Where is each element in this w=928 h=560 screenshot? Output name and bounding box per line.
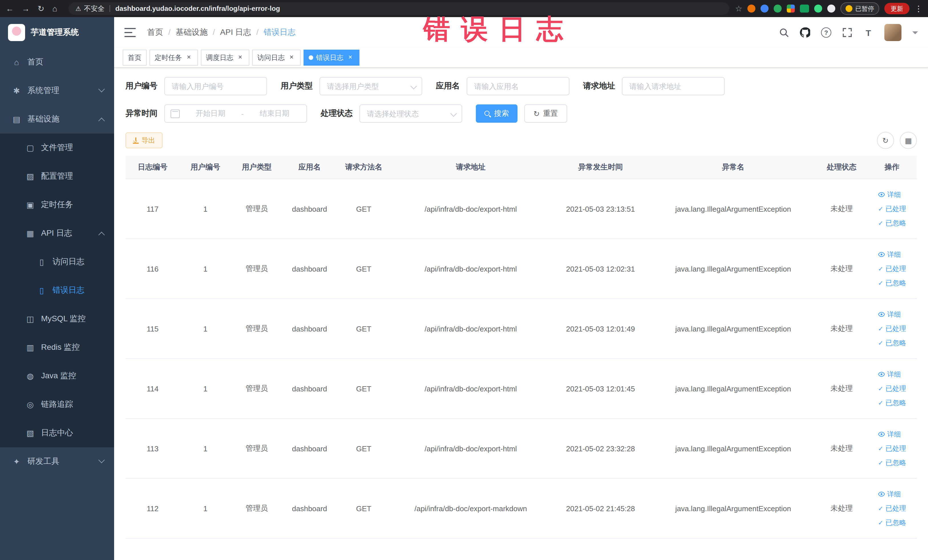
caret-down-icon[interactable]: [912, 31, 918, 37]
user-type-select-input[interactable]: [319, 77, 422, 95]
close-icon[interactable]: [288, 53, 296, 62]
reload-icon[interactable]: [38, 4, 44, 13]
processed-link[interactable]: 已处理: [878, 381, 906, 396]
tab-scheduled-jobs[interactable]: 定时任务: [150, 50, 198, 66]
breadcrumb-item[interactable]: API 日志: [220, 27, 264, 38]
close-icon[interactable]: [185, 53, 193, 62]
ignored-link[interactable]: 已忽略: [878, 516, 906, 530]
request-url-input[interactable]: [622, 77, 725, 95]
sidebar-item-api-log[interactable]: ▦API 日志: [0, 219, 114, 248]
detail-link[interactable]: 详细: [878, 367, 906, 381]
search-icon[interactable]: [779, 27, 789, 38]
home-icon[interactable]: [52, 4, 57, 13]
search-button[interactable]: 搜索: [476, 104, 517, 123]
tool-icon: ✦: [11, 457, 22, 466]
sidebar-item-trace[interactable]: ◎链路追踪: [0, 390, 114, 419]
app-logo[interactable]: 芋道管理系统: [0, 17, 114, 48]
process-status-select-input[interactable]: [359, 104, 462, 123]
header-actions: ? T: [779, 24, 918, 41]
close-icon[interactable]: [236, 53, 244, 62]
sidebar-item-java-monitor[interactable]: ◍Java 监控: [0, 362, 114, 390]
logo-image: [8, 24, 25, 41]
user-id-input[interactable]: [164, 77, 267, 95]
browser-menu-icon[interactable]: [914, 4, 923, 13]
ignored-link[interactable]: 已忽略: [878, 456, 906, 470]
extension-icon[interactable]: [827, 5, 835, 12]
refresh-icon: [533, 109, 540, 118]
detail-link[interactable]: 详细: [878, 188, 906, 202]
processed-link[interactable]: 已处理: [878, 441, 906, 456]
github-icon[interactable]: [800, 27, 810, 38]
ignored-link[interactable]: 已忽略: [878, 216, 906, 230]
cell-method: GET: [337, 299, 391, 359]
extension-icon[interactable]: [774, 5, 781, 12]
processed-link[interactable]: 已处理: [878, 322, 906, 336]
sidebar-item-system-management[interactable]: ✱系统管理: [0, 76, 114, 105]
column-header: 请求方法名: [337, 156, 391, 179]
processed-link[interactable]: 已处理: [878, 202, 906, 216]
sidebar-item-home[interactable]: ⌂首页: [0, 48, 114, 76]
check-icon: [878, 279, 883, 287]
sidebar-item-label: 访问日志: [52, 257, 84, 267]
close-icon[interactable]: [346, 53, 354, 62]
user-avatar[interactable]: [884, 24, 902, 41]
sidebar-item-dev-tools[interactable]: ✦研发工具: [0, 447, 114, 476]
process-status-select[interactable]: [359, 104, 462, 123]
reset-button[interactable]: 重置: [524, 104, 567, 123]
processed-link[interactable]: 已处理: [878, 262, 906, 276]
ignored-link[interactable]: 已忽略: [878, 396, 906, 410]
refresh-table-button[interactable]: [877, 132, 894, 149]
tab-schedule-log[interactable]: 调度日志: [201, 50, 249, 66]
sidebar-item-access-log[interactable]: ▯访问日志: [0, 248, 114, 276]
detail-link[interactable]: 详细: [878, 487, 906, 501]
extension-icon[interactable]: [814, 5, 822, 12]
sidebar-item-config-management[interactable]: ▨配置管理: [0, 162, 114, 191]
file-icon: ▢: [25, 143, 35, 153]
filter-process-status: 处理状态: [321, 104, 462, 123]
sidebar-item-mysql-monitor[interactable]: ◫MySQL 监控: [0, 305, 114, 333]
font-size-icon[interactable]: T: [863, 27, 873, 38]
tab-error-log[interactable]: 错误日志: [304, 50, 359, 66]
refresh-icon: [882, 136, 888, 145]
sidebar-item-log-center[interactable]: ▧日志中心: [0, 419, 114, 447]
cell-status: 未处理: [816, 418, 867, 478]
user-type-select[interactable]: [319, 77, 422, 95]
column-settings-button[interactable]: [900, 132, 917, 149]
processed-link[interactable]: 已处理: [878, 501, 906, 516]
bookmark-star-icon[interactable]: [735, 4, 742, 13]
breadcrumb-item[interactable]: 首页: [147, 27, 176, 38]
column-header: 用户类型: [231, 156, 282, 179]
extension-icon[interactable]: [760, 5, 769, 12]
date-range-picker[interactable]: 开始日期 - 结束日期: [164, 104, 307, 123]
fullscreen-icon[interactable]: [842, 27, 852, 38]
address-bar[interactable]: 不安全 dashboard.yudao.iocoder.cn/infra/log…: [69, 2, 729, 15]
sidebar-item-scheduled-jobs[interactable]: ▣定时任务: [0, 191, 114, 219]
breadcrumb-item[interactable]: 基础设施: [176, 27, 220, 38]
extension-icon[interactable]: [748, 5, 756, 12]
sidebar-item-infrastructure[interactable]: ▤基础设施: [0, 105, 114, 134]
ignored-link[interactable]: 已忽略: [878, 276, 906, 290]
paused-extension-button[interactable]: 已暂停: [840, 2, 879, 15]
sidebar-item-redis-monitor[interactable]: ▥Redis 监控: [0, 333, 114, 362]
help-icon[interactable]: ?: [821, 27, 831, 38]
sidebar-item-error-log[interactable]: ▯错误日志: [0, 276, 114, 305]
detail-link[interactable]: 详细: [878, 247, 906, 262]
extension-icon[interactable]: [787, 5, 795, 12]
ignored-link[interactable]: 已忽略: [878, 336, 906, 350]
detail-link[interactable]: 详细: [878, 307, 906, 322]
forward-icon[interactable]: [22, 4, 30, 13]
app-name-input[interactable]: [467, 77, 569, 95]
column-header: 用户编号: [180, 156, 231, 179]
browser-update-button[interactable]: 更新: [884, 3, 910, 14]
sidebar-item-file-management[interactable]: ▢文件管理: [0, 134, 114, 162]
detail-link[interactable]: 详细: [878, 427, 906, 441]
job-icon: ▣: [25, 200, 35, 209]
hamburger-icon[interactable]: [124, 28, 136, 37]
gear-icon: ✱: [11, 86, 22, 95]
extension-icon[interactable]: [800, 5, 809, 12]
tab-home[interactable]: 首页: [123, 50, 147, 66]
export-button[interactable]: 导出: [125, 132, 163, 148]
tab-access-log[interactable]: 访问日志: [252, 50, 301, 66]
back-icon[interactable]: [6, 4, 14, 13]
check-icon: [878, 219, 883, 227]
